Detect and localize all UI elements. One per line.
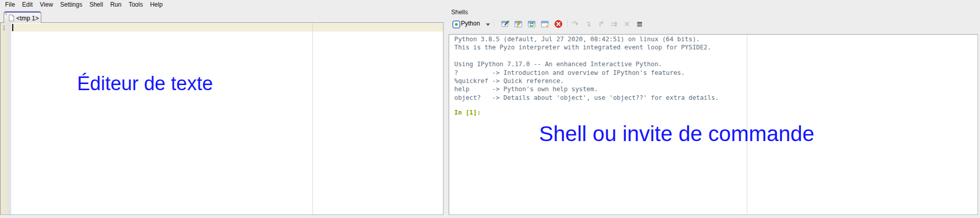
line-number: 1 [2,24,6,32]
menu-help[interactable]: Help [146,1,166,9]
menu-edit[interactable]: Edit [18,1,36,9]
editor-code-area[interactable] [11,23,443,214]
editor-pane: 1 Éditeur de texte [0,22,444,215]
tab-close-icon[interactable]: × [5,12,7,17]
shell-status-icon [452,20,460,29]
text-caret [12,24,13,31]
pyzo-window: File Edit View Settings Shell Run Tools … [0,0,980,218]
interrupt-shell-icon[interactable] [514,20,523,28]
restart-shell-icon[interactable] [528,20,536,28]
debug-resume-icon[interactable]: ↷ [571,19,580,29]
menu-shell[interactable]: Shell [86,1,107,9]
editor-annotation: Éditeur de texte [77,74,213,93]
shell-annotation: Shell ou invite de commande [539,123,814,145]
shell-output-area[interactable]: Python 3.8.5 (default, Jul 27 2020, 08:4… [449,34,978,215]
terminate-shell-icon[interactable] [541,20,549,28]
menu-settings[interactable]: Settings [57,1,86,9]
menu-view[interactable]: View [36,1,57,9]
editor-column-guide [312,23,313,214]
debug-stack-icon[interactable]: ≡ [635,19,644,29]
menu-run[interactable]: Run [107,1,125,9]
document-icon [9,14,14,21]
debug-step-into-icon[interactable]: ↴ [583,19,593,29]
toolbar-separator [568,19,569,27]
debug-continue-icon[interactable]: ⇉ [609,19,619,29]
menu-file[interactable]: File [2,1,18,9]
shell-interpreter-label[interactable]: Python [461,20,480,27]
breakpoint-gutter [7,23,11,214]
shell-prompt: In [1]: [454,109,481,116]
line-number-gutter: 1 [1,23,7,214]
tab-label: <tmp 1> [16,15,39,22]
menu-bar: File Edit View Settings Shell Run Tools … [0,0,980,9]
shells-dock-title: Shells [451,9,468,16]
close-shell-icon[interactable] [554,20,562,28]
chevron-down-icon[interactable] [486,23,490,26]
toolbar-separator [494,19,495,27]
debug-step-return-icon[interactable]: ↱ [597,19,606,29]
editor-tab-tmp1[interactable]: × <tmp 1> [4,11,41,23]
debug-stop-icon[interactable]: × [622,19,631,29]
current-line-highlight [11,23,443,32]
menu-tools[interactable]: Tools [125,1,146,9]
shell-banner-text: Python 3.8.5 (default, Jul 27 2020, 08:4… [449,35,977,102]
edit-shell-config-icon[interactable] [501,20,509,28]
